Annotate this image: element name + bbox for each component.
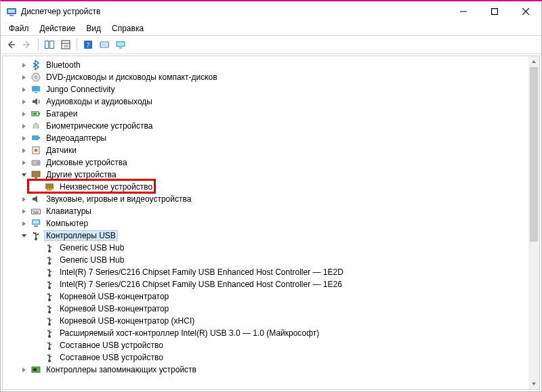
tree-viewport[interactable]: Bluetooth DVD-дисководы и дисководы комп… <box>3 56 528 389</box>
tree-node-disk[interactable]: Дисковые устройства <box>15 156 528 169</box>
device-tree: Bluetooth DVD-дисководы и дисководы комп… <box>2 56 540 390</box>
disc-icon <box>30 72 41 83</box>
chevron-right-icon[interactable] <box>19 121 28 131</box>
tree-node-usb-child[interactable]: Generic USB Hub <box>15 242 528 254</box>
tree-node-usb-controllers[interactable]: Контроллеры USB <box>15 230 528 242</box>
svg-rect-37 <box>33 211 34 212</box>
chevron-right-icon[interactable] <box>19 146 28 155</box>
other-devices-icon <box>30 169 41 180</box>
svg-rect-17 <box>119 47 122 49</box>
svg-rect-1 <box>8 9 15 13</box>
tree-node-storage[interactable]: Контроллеры запоминающих устройств <box>15 364 528 376</box>
tree-node-usb-child[interactable]: Корневой USB-концентратор (xHCI) <box>15 315 528 327</box>
svg-rect-16 <box>117 43 124 46</box>
properties-button[interactable] <box>58 37 73 52</box>
svg-rect-6 <box>50 41 54 49</box>
usb-icon <box>30 230 41 241</box>
back-button[interactable] <box>3 37 18 52</box>
toolbar-separator <box>77 39 77 51</box>
tree-node-usb-child[interactable]: Составное USB устройство <box>15 351 528 364</box>
usb-icon <box>44 279 55 290</box>
svg-rect-5 <box>45 41 49 49</box>
chevron-right-icon[interactable] <box>19 206 28 216</box>
tree-node-sensors[interactable]: Датчики <box>15 144 528 156</box>
chevron-down-icon[interactable] <box>19 170 28 179</box>
tree-node-usb-child[interactable]: Generic USB Hub <box>15 254 528 266</box>
tree-node-computer[interactable]: Компьютер <box>15 217 528 230</box>
monitor-button[interactable] <box>113 37 128 52</box>
tree-label: Контроллеры запоминающих устройств <box>45 365 198 374</box>
chevron-right-icon[interactable] <box>19 133 28 143</box>
tree-node-sound[interactable]: Звуковые, игровые и видеоустройства <box>15 193 528 205</box>
app-icon <box>6 6 17 17</box>
scroll-track[interactable] <box>528 67 539 378</box>
chevron-right-icon[interactable] <box>19 158 28 167</box>
chevron-right-icon[interactable] <box>19 365 28 374</box>
tree-node-other[interactable]: Другие устройства <box>15 169 528 181</box>
svg-point-46 <box>33 232 35 234</box>
vertical-scrollbar[interactable] <box>528 56 539 389</box>
svg-rect-4 <box>492 9 498 15</box>
chevron-right-icon[interactable] <box>19 72 28 82</box>
tree-label: Компьютер <box>45 219 89 228</box>
usb-icon <box>44 242 55 253</box>
computer-icon <box>30 218 41 229</box>
tree-node-audio[interactable]: Аудиовходы и аудиовыходы <box>15 95 528 108</box>
menu-file[interactable]: Файл <box>3 22 35 35</box>
tree-node-usb-child[interactable]: Корневой USB-концентратор <box>15 303 528 315</box>
help-button[interactable]: ? <box>81 37 96 52</box>
chevron-right-icon[interactable] <box>19 219 28 228</box>
tree-node-dvd[interactable]: DVD-дисководы и дисководы компакт-дисков <box>15 71 528 83</box>
tree-node-usb-child[interactable]: Intel(R) 7 Series/C216 Chipset Family US… <box>15 266 528 278</box>
usb-icon <box>44 255 55 265</box>
scroll-down-icon[interactable] <box>528 378 539 389</box>
tree-node-usb-child[interactable]: Составное USB устройство <box>15 339 528 351</box>
minimize-button[interactable] <box>448 1 479 22</box>
tree-node-keyboard[interactable]: Клавиатуры <box>15 205 528 217</box>
tree-node-unknown[interactable]: Неизвестное устройство <box>15 181 528 193</box>
menu-action[interactable]: Действие <box>35 22 81 35</box>
tree-label: Корневой USB-концентратор <box>58 304 170 313</box>
menu-help[interactable]: Справка <box>106 22 149 35</box>
svg-rect-40 <box>38 211 39 212</box>
svg-rect-43 <box>33 221 39 224</box>
tree-node-video[interactable]: Видеоадаптеры <box>15 132 528 144</box>
battery-icon <box>30 108 41 119</box>
tree-node-battery[interactable]: Батареи <box>15 108 528 120</box>
chevron-right-icon[interactable] <box>19 97 28 106</box>
tree-node-jungo[interactable]: Jungo Connectivity <box>15 83 528 95</box>
tree-label: Generic USB Hub <box>58 255 125 265</box>
chevron-right-icon[interactable] <box>19 194 28 204</box>
menu-view[interactable]: Вид <box>81 22 106 35</box>
tree-node-usb-child[interactable]: Intel(R) 7 Series/C216 Chipset Family US… <box>15 278 528 290</box>
svg-rect-23 <box>39 113 41 115</box>
tree-node-bluetooth[interactable]: Bluetooth <box>15 59 528 71</box>
usb-icon <box>44 291 55 302</box>
svg-rect-7 <box>62 41 70 49</box>
svg-rect-39 <box>36 211 37 212</box>
chevron-right-icon[interactable] <box>19 109 28 118</box>
sensor-icon <box>30 145 41 156</box>
tree-label: Биометрические устройства <box>45 121 154 131</box>
chevron-right-icon[interactable] <box>19 85 28 94</box>
tree-label: Intel(R) 7 Series/C216 Chipset Family US… <box>58 280 343 289</box>
chevron-right-icon[interactable] <box>19 60 28 70</box>
forward-button[interactable] <box>20 37 35 52</box>
chevron-down-icon[interactable] <box>19 231 28 240</box>
scroll-up-icon[interactable] <box>528 56 539 67</box>
tree-node-biometric[interactable]: Биометрические устройства <box>15 120 528 132</box>
close-button[interactable] <box>510 1 541 22</box>
tree-label: Корневой USB-концентратор (xHCI) <box>58 316 196 326</box>
svg-rect-44 <box>34 225 38 227</box>
window-controls <box>448 1 541 22</box>
title-bar: Диспетчер устройств <box>1 1 541 22</box>
show-hide-tree-button[interactable] <box>42 37 57 52</box>
tree-label: Jungo Connectivity <box>45 85 116 94</box>
tree-node-usb-child[interactable]: Корневой USB-концентратор <box>15 290 528 303</box>
svg-point-19 <box>35 77 37 79</box>
maximize-button[interactable] <box>479 1 510 22</box>
scroll-thumb[interactable] <box>530 67 538 242</box>
usb-icon <box>44 328 55 339</box>
tree-node-usb-child[interactable]: Расширяемый хост-контроллер Intel(R) USB… <box>15 327 528 339</box>
scan-hardware-button[interactable] <box>97 37 112 52</box>
